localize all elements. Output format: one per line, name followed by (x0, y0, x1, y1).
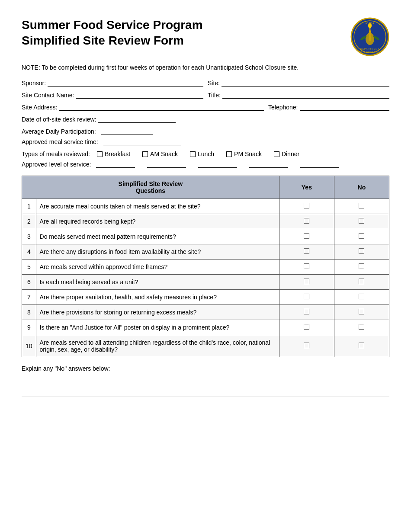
site-label: Site: (208, 80, 220, 87)
no-checkbox[interactable] (359, 343, 364, 348)
sponsor-site-row: Sponsor: Site: (22, 79, 389, 87)
pm-snack-checkbox[interactable] (226, 151, 232, 157)
row-yes-cell[interactable] (279, 305, 334, 320)
yes-checkbox[interactable] (304, 309, 309, 314)
page-title: Summer Food Service Program Simplified S… (22, 17, 203, 49)
title-input[interactable] (222, 91, 389, 99)
approved-level-pm-snack-input[interactable] (249, 160, 288, 168)
row-yes-cell[interactable] (279, 320, 334, 335)
address-label: Site Address: (22, 104, 58, 111)
row-question: Are all required records being kept? (36, 214, 279, 229)
no-checkbox[interactable] (359, 203, 364, 208)
no-checkbox[interactable] (359, 218, 364, 224)
site-input[interactable] (222, 79, 389, 87)
date-review-field: Date of off-site desk review: (22, 115, 176, 123)
participation-section: Average Daily Participation: Approved me… (22, 127, 389, 145)
approved-level-am-snack-input[interactable] (147, 160, 186, 168)
table-row: 3Do meals served meet meal pattern requi… (22, 229, 389, 244)
address-tel-row: Site Address: Telephone: (22, 103, 389, 111)
approved-level-lunch-input[interactable] (198, 160, 237, 168)
table-row: 9Is there an "And Justice for All" poste… (22, 320, 389, 335)
lunch-checkbox[interactable] (190, 151, 196, 157)
approved-meal-label: Approved meal service time: (22, 138, 98, 145)
avg-participation-input[interactable] (101, 127, 153, 135)
table-row: 4Are there any disruptions in food item … (22, 244, 389, 260)
row-yes-cell[interactable] (279, 290, 334, 305)
row-yes-cell[interactable] (279, 199, 334, 214)
row-yes-cell[interactable] (279, 214, 334, 229)
meal-type-dinner: Dinner (274, 151, 299, 157)
no-checkbox[interactable] (359, 263, 364, 269)
explain-label: Explain any "No" answers below: (22, 365, 389, 372)
row-yes-cell[interactable] (279, 260, 334, 275)
row-no-cell[interactable] (334, 199, 389, 214)
meal-type-am-snack: AM Snack (142, 151, 178, 157)
row-question: Are there provisions for storing or retu… (36, 305, 279, 320)
explain-answer-line-2[interactable] (22, 409, 389, 421)
row-question: Are accurate meal counts taken of meals … (36, 199, 279, 214)
meal-type-breakfast: Breakfast (97, 151, 130, 157)
row-no-cell[interactable] (334, 320, 389, 335)
row-number: 3 (22, 229, 36, 244)
title-field: Title: (208, 91, 389, 99)
row-no-cell[interactable] (334, 335, 389, 357)
row-no-cell[interactable] (334, 229, 389, 244)
row-no-cell[interactable] (334, 275, 389, 290)
row-question: Are there proper sanitation, health, and… (36, 290, 279, 305)
yes-checkbox[interactable] (304, 203, 309, 208)
row-question: Is each meal being served as a unit? (36, 275, 279, 290)
table-header-yes: Yes (279, 176, 334, 199)
yes-checkbox[interactable] (304, 343, 309, 348)
approved-meal-input[interactable] (103, 138, 181, 145)
yes-checkbox[interactable] (304, 324, 309, 330)
no-checkbox[interactable] (359, 233, 364, 239)
am-snack-checkbox[interactable] (142, 151, 148, 157)
table-row: 5Are meals served within approved time f… (22, 260, 389, 275)
no-checkbox[interactable] (359, 294, 364, 299)
no-checkbox[interactable] (359, 309, 364, 314)
row-yes-cell[interactable] (279, 335, 334, 357)
title-block: Summer Food Service Program Simplified S… (22, 17, 203, 49)
title-label: Title: (208, 92, 221, 99)
row-number: 7 (22, 290, 36, 305)
sponsor-field: Sponsor: (22, 79, 203, 87)
row-yes-cell[interactable] (279, 275, 334, 290)
contact-input[interactable] (76, 91, 203, 99)
row-number: 4 (22, 244, 36, 260)
address-input[interactable] (59, 103, 264, 111)
row-yes-cell[interactable] (279, 229, 334, 244)
no-checkbox[interactable] (359, 324, 364, 330)
yes-checkbox[interactable] (304, 279, 309, 284)
no-checkbox[interactable] (359, 248, 364, 254)
explain-answer-line-1[interactable] (22, 385, 389, 397)
row-no-cell[interactable] (334, 305, 389, 320)
row-yes-cell[interactable] (279, 244, 334, 260)
approved-level-dinner-input[interactable] (300, 160, 339, 168)
table-row: 10Are meals served to all attending chil… (22, 335, 389, 357)
yes-checkbox[interactable] (304, 294, 309, 299)
row-question: Are meals served to all attending childr… (36, 335, 279, 357)
dinner-label: Dinner (282, 151, 299, 157)
yes-checkbox[interactable] (304, 233, 309, 239)
yes-checkbox[interactable] (304, 218, 309, 224)
site-field: Site: (208, 79, 389, 87)
row-no-cell[interactable] (334, 214, 389, 229)
no-checkbox[interactable] (359, 279, 364, 284)
date-review-label: Date of off-site desk review: (22, 116, 96, 123)
sponsor-input[interactable] (48, 79, 203, 87)
row-no-cell[interactable] (334, 260, 389, 275)
yes-checkbox[interactable] (304, 248, 309, 254)
note-text: NOTE: To be completed during first four … (22, 64, 389, 71)
approved-level-breakfast-input[interactable] (96, 160, 135, 168)
contact-title-row: Site Contact Name: Title: (22, 91, 389, 99)
breakfast-checkbox[interactable] (97, 151, 103, 157)
date-review-input[interactable] (98, 115, 176, 123)
dinner-checkbox[interactable] (274, 151, 279, 157)
row-no-cell[interactable] (334, 290, 389, 305)
row-no-cell[interactable] (334, 244, 389, 260)
avg-participation-row: Average Daily Participation: (22, 127, 389, 135)
telephone-input[interactable] (300, 103, 389, 111)
am-snack-label: AM Snack (150, 151, 178, 157)
meal-type-lunch: Lunch (190, 151, 214, 157)
yes-checkbox[interactable] (304, 263, 309, 269)
